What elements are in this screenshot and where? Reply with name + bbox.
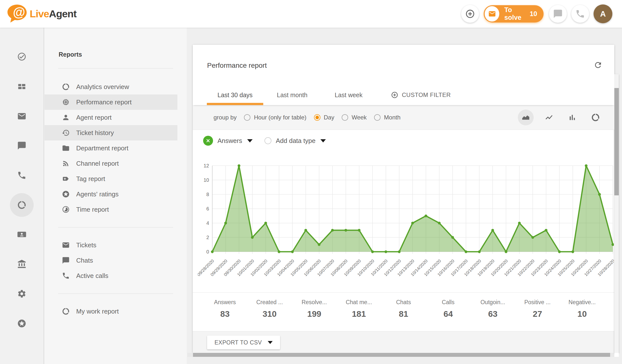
answers-chart: 02468101209/28/202009/29/202009/30/20201…: [198, 155, 614, 289]
vertical-scrollbar[interactable]: [614, 74, 619, 353]
tab-last-30-days[interactable]: Last 30 days: [207, 85, 263, 105]
custom-filter-button[interactable]: CUSTOM FILTER: [376, 85, 451, 105]
sidebar-item-channel-report[interactable]: Channel report: [45, 156, 177, 171]
radio-month[interactable]: [374, 114, 381, 121]
chevron-down-icon[interactable]: [247, 139, 253, 142]
chevron-down-icon: [268, 341, 273, 344]
divider: [58, 68, 173, 68]
stat-label: Negative...: [560, 299, 604, 306]
rail-tickets-to-solve[interactable]: [10, 45, 34, 68]
stat-label: Outgoin...: [471, 299, 515, 306]
sidebar-item-tag-report[interactable]: Tag report: [45, 171, 177, 186]
sidebar-item-ticket-history[interactable]: Ticket history: [45, 125, 177, 140]
user-avatar[interactable]: A: [594, 4, 612, 23]
rail-tickets[interactable]: [10, 104, 34, 128]
chat-icon: [17, 141, 26, 150]
stat-chats: Chats 81: [381, 293, 426, 331]
stat-label: Created ...: [247, 299, 292, 306]
radio-day[interactable]: [314, 114, 320, 121]
sidebar-item-label: Agent report: [76, 114, 112, 121]
sidebar-item-active-calls[interactable]: Active calls: [45, 268, 177, 283]
rail-calls[interactable]: [10, 163, 34, 187]
remove-answers-series-button[interactable]: [203, 136, 213, 146]
sidebar-item-label: Tag report: [76, 175, 105, 183]
sidebar-item-tickets[interactable]: Tickets: [45, 237, 177, 253]
rail-ratings[interactable]: [10, 312, 34, 335]
calls-header-button[interactable]: [571, 5, 589, 23]
stat-label: Chat me...: [336, 299, 381, 306]
rail-dashboard[interactable]: [10, 75, 34, 98]
top-header: @ LiveAgent To solve 10 A: [0, 0, 622, 28]
add-new-button[interactable]: [461, 5, 479, 23]
export-to-csv-button[interactable]: EXPORT TO CSV: [207, 336, 280, 349]
sidebar-item-time-report[interactable]: Time report: [45, 202, 177, 217]
stat-value: 181: [336, 309, 381, 319]
svg-text:4: 4: [206, 220, 209, 226]
tab-last-week[interactable]: Last week: [321, 85, 376, 105]
chat-icon: [62, 256, 70, 264]
sidebar-item-agents-ratings[interactable]: Agents' ratings: [45, 186, 177, 202]
scrollbar-corner: [614, 353, 619, 357]
chats-header-button[interactable]: [549, 5, 567, 23]
export-label: EXPORT TO CSV: [215, 339, 262, 346]
bar-chart-button[interactable]: [564, 110, 580, 125]
custom-filter-label: CUSTOM FILTER: [402, 91, 451, 98]
sidebar-item-chats[interactable]: Chats: [45, 253, 177, 268]
add-circle-icon: [391, 91, 398, 99]
radio-week-label: Week: [352, 114, 367, 121]
sidebar-item-label: Performance report: [76, 98, 132, 106]
divider: [58, 227, 173, 228]
bank-icon: [17, 259, 26, 269]
sidebar-item-label: My work report: [76, 308, 119, 315]
stat-value: 27: [515, 309, 560, 319]
reload-chart-button[interactable]: [588, 110, 603, 125]
group-by-bar: group by Hour (only for table) Day Week …: [193, 105, 614, 130]
chart-type-switcher: [518, 110, 603, 125]
line-chart-icon: [545, 113, 553, 122]
liveagent-logo[interactable]: @ LiveAgent: [6, 4, 76, 24]
tab-last-month[interactable]: Last month: [263, 85, 321, 105]
date-range-tabs: Last 30 days Last month Last week CUSTOM…: [193, 85, 614, 105]
vertical-scrollbar-thumb[interactable]: [614, 88, 619, 195]
page-title: Performance report: [207, 62, 267, 69]
sidebar-item-performance-report[interactable]: Performance report: [45, 94, 177, 110]
sidebar-item-label: Time report: [76, 206, 109, 213]
horizontal-scrollbar-thumb[interactable]: [193, 353, 610, 357]
stat-positive: Positive ... 27: [515, 293, 560, 331]
area-chart-icon: [521, 113, 530, 122]
icon-rail: [0, 28, 44, 364]
rail-chats[interactable]: [10, 134, 34, 158]
add-data-type-radio[interactable]: [264, 137, 271, 144]
stat-answers: Answers 83: [203, 293, 247, 331]
rail-reports[interactable]: [10, 193, 34, 217]
chevron-down-icon[interactable]: [320, 139, 326, 142]
rail-companies[interactable]: [10, 252, 34, 276]
radio-hour[interactable]: [244, 114, 250, 121]
mail-icon: [62, 241, 70, 249]
rail-settings[interactable]: [10, 282, 34, 306]
mail-icon: [17, 112, 26, 121]
stat-chat-messages: Chat me... 181: [336, 293, 381, 331]
history-icon: [62, 129, 70, 137]
svg-text:0: 0: [206, 249, 209, 254]
sidebar-item-label: Ticket history: [76, 129, 114, 137]
radio-week[interactable]: [342, 114, 348, 121]
sidebar-item-my-work-report[interactable]: My work report: [45, 304, 177, 319]
sidebar-item-analytics-overview[interactable]: Analytics overview: [45, 79, 177, 94]
horizontal-scrollbar[interactable]: [187, 353, 614, 357]
to-solve-button[interactable]: To solve 10: [484, 5, 544, 23]
sidebar-item-agent-report[interactable]: Agent report: [45, 110, 177, 125]
chip-icon: [62, 98, 70, 106]
to-solve-count: 10: [530, 10, 537, 18]
line-chart-button[interactable]: [541, 110, 557, 125]
logo-bubble-icon: @: [6, 4, 28, 24]
refresh-button[interactable]: [593, 60, 603, 70]
stat-outgoing: Outgoin... 63: [471, 293, 515, 331]
reports-donut-icon: [17, 200, 26, 210]
stat-value: 63: [471, 309, 515, 319]
sidebar-item-department-report[interactable]: Department report: [45, 140, 177, 156]
area-chart-button[interactable]: [518, 110, 534, 125]
rail-contacts[interactable]: [10, 223, 34, 246]
star-circle-icon: [17, 319, 26, 328]
sidebar-item-label: Active calls: [76, 272, 108, 280]
